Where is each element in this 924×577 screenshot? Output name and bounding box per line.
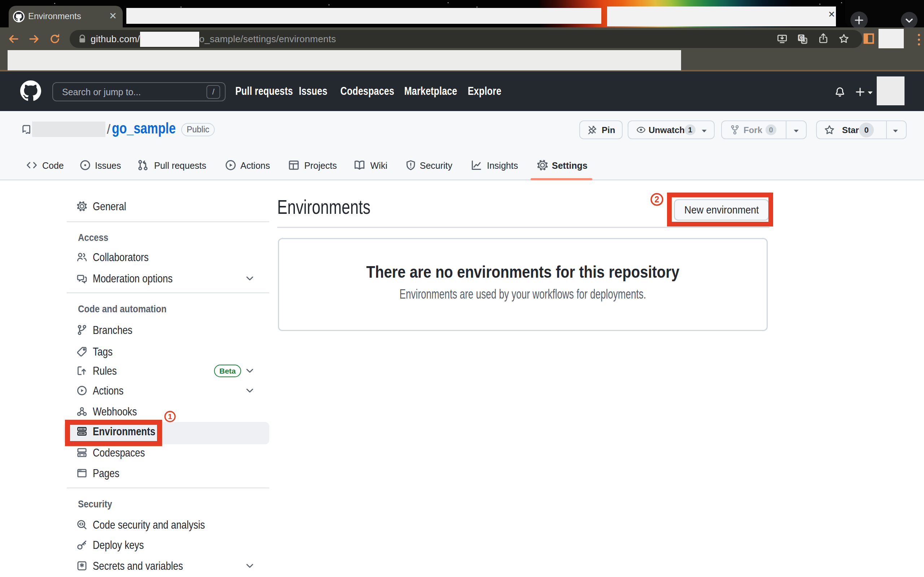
- svg-text:1: 1: [168, 412, 172, 421]
- svg-text:2: 2: [655, 195, 659, 204]
